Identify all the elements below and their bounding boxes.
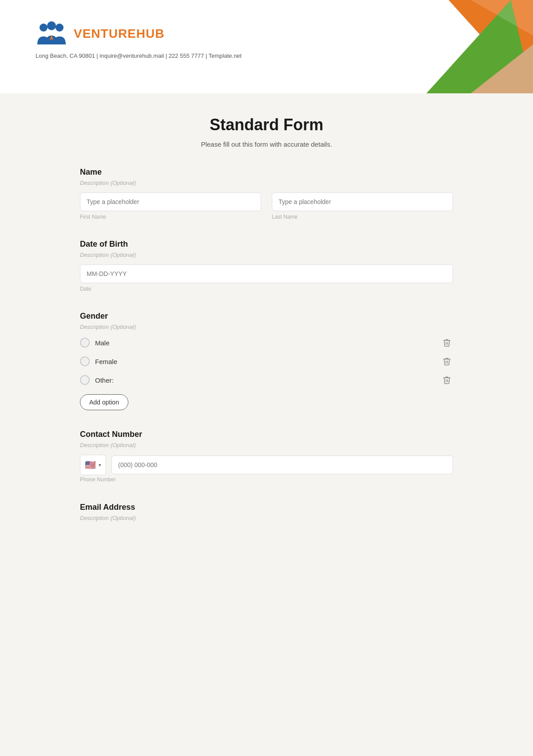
add-option-button[interactable]: Add option <box>80 394 128 410</box>
dob-input[interactable] <box>80 264 453 283</box>
form-title: Standard Form <box>80 116 453 134</box>
radio-male-label: Male <box>95 339 110 347</box>
radio-female-label: Female <box>95 358 117 365</box>
country-selector[interactable]: 🇺🇸 ▾ <box>80 455 106 475</box>
section-dob: Date of Birth Description (Optional) Dat… <box>80 240 453 292</box>
radio-male[interactable] <box>80 338 90 348</box>
chevron-down-icon: ▾ <box>99 462 101 468</box>
section-dob-desc: Description (Optional) <box>80 252 453 258</box>
last-name-input[interactable] <box>272 192 453 211</box>
gender-option-male: Male <box>80 336 453 349</box>
logo-area: VENTUREHUB Long Beach, CA 90801 | inquir… <box>36 18 242 59</box>
gender-option-other: Other: <box>80 374 453 386</box>
logo-address: Long Beach, CA 90801 | inquire@venturehu… <box>36 52 242 59</box>
form-subtitle: Please fill out this form with accurate … <box>80 140 453 148</box>
gender-option-female: Female <box>80 355 453 368</box>
first-name-sublabel: First Name <box>80 214 261 220</box>
section-gender-label: Gender <box>80 312 453 321</box>
svg-point-1 <box>56 24 64 32</box>
first-name-group: First Name <box>80 192 261 220</box>
dob-group: Date <box>80 264 453 292</box>
delete-other-icon[interactable] <box>441 374 453 386</box>
name-input-row: First Name Last Name <box>80 192 453 220</box>
dob-sublabel: Date <box>80 286 453 292</box>
section-email-desc: Description (Optional) <box>80 515 453 521</box>
main-content: Standard Form Please fill out this form … <box>67 93 466 576</box>
section-name-label: Name <box>80 168 453 177</box>
section-dob-label: Date of Birth <box>80 240 453 249</box>
flag-emoji: 🇺🇸 <box>85 460 96 470</box>
header-decoration <box>382 0 533 93</box>
section-name-desc: Description (Optional) <box>80 180 453 186</box>
phone-sublabel: Phone Number <box>80 476 116 483</box>
delete-female-icon[interactable] <box>441 355 453 368</box>
section-contact-desc: Description (Optional) <box>80 442 453 448</box>
section-email: Email Address Description (Optional) <box>80 503 453 521</box>
radio-female[interactable] <box>80 356 90 366</box>
first-name-input[interactable] <box>80 192 261 211</box>
section-gender-desc: Description (Optional) <box>80 324 453 330</box>
logo-text: VENTUREHUB <box>74 27 164 41</box>
section-contact-label: Contact Number <box>80 430 453 439</box>
radio-other[interactable] <box>80 375 90 385</box>
section-email-label: Email Address <box>80 503 453 512</box>
section-name: Name Description (Optional) First Name L… <box>80 168 453 220</box>
logo-row: VENTUREHUB <box>36 18 242 50</box>
radio-other-label: Other: <box>95 376 114 384</box>
section-contact: Contact Number Description (Optional) 🇺🇸… <box>80 430 453 483</box>
delete-male-icon[interactable] <box>441 336 453 349</box>
phone-row: 🇺🇸 ▾ <box>80 455 453 475</box>
section-gender: Gender Description (Optional) Male Fe <box>80 312 453 410</box>
last-name-sublabel: Last Name <box>272 214 453 220</box>
header: VENTUREHUB Long Beach, CA 90801 | inquir… <box>0 0 533 93</box>
logo-icon <box>36 18 68 50</box>
last-name-group: Last Name <box>272 192 453 220</box>
phone-input[interactable] <box>111 456 453 474</box>
svg-point-0 <box>40 24 48 32</box>
svg-point-2 <box>47 21 56 30</box>
